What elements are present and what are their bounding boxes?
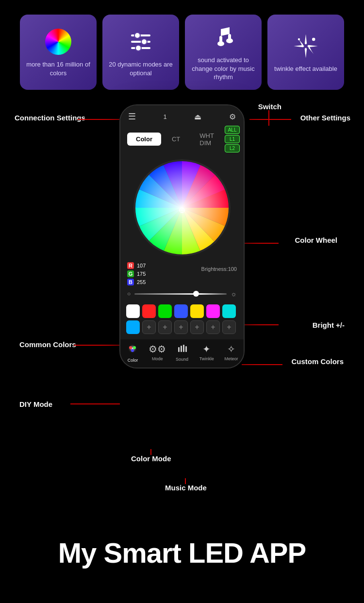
zone-l2-btn[interactable]: L2 — [225, 144, 240, 152]
add-custom-1[interactable]: + — [142, 320, 156, 334]
swatch-cyan[interactable] — [222, 304, 236, 318]
brightness-track[interactable] — [134, 293, 227, 295]
svg-point-26 — [133, 346, 136, 349]
common-colors-row — [126, 304, 238, 318]
svg-point-17 — [298, 38, 300, 40]
brightness-label: Brightness:100 — [201, 266, 237, 272]
nav-color-icon — [127, 343, 138, 356]
tabs-row: Color CT WHT DIM ALL L1 L2 — [120, 126, 244, 156]
nav-sound-label: Sound — [176, 357, 188, 362]
svg-point-16 — [312, 37, 315, 40]
annotation-other-settings: Other Settings — [300, 113, 350, 123]
swatch-blue[interactable] — [174, 304, 188, 318]
connection-settings-icon[interactable]: ☰ — [128, 111, 136, 122]
add-custom-3[interactable]: + — [174, 320, 188, 334]
svg-point-27 — [131, 349, 134, 352]
add-custom-5[interactable]: + — [206, 320, 220, 334]
add-custom-6[interactable]: + — [222, 320, 236, 334]
b-value: 255 — [137, 279, 146, 285]
zone-l1-btn[interactable]: L1 — [225, 135, 240, 143]
colors-section: + + + + + + — [120, 302, 244, 339]
g-label: G — [127, 270, 134, 277]
svg-point-7 — [217, 41, 224, 46]
feature-label-sound: sound activated to change color by music… — [190, 56, 257, 82]
zone-buttons: ALL L1 L2 — [225, 126, 240, 152]
nav-mode-icon: ⚙⚙ — [149, 343, 166, 355]
main-annotated-area: ☰ 1 ⏏ ⚙ Color CT WHT DIM ALL L1 L2 — [0, 100, 364, 449]
device-number: 1 — [164, 113, 167, 120]
annotation-bright: Bright +/- — [313, 320, 345, 330]
svg-marker-11 — [305, 48, 307, 58]
nav-twinkle[interactable]: ✦ Twinkle — [194, 343, 219, 363]
tab-wht-dim[interactable]: WHT DIM — [191, 129, 222, 150]
brightness-row[interactable]: ○ ☼ — [120, 288, 244, 302]
nav-sound[interactable]: Sound — [170, 343, 195, 363]
feature-card-sound: sound activated to change color by music… — [185, 15, 262, 90]
svg-point-1 — [134, 33, 140, 38]
zone-all-btn[interactable]: ALL — [225, 126, 240, 134]
bottom-annotations: Color Mode Music Mode — [0, 449, 364, 527]
svg-rect-29 — [181, 346, 182, 352]
other-settings-icon[interactable]: ⚙ — [229, 112, 236, 121]
svg-rect-30 — [183, 345, 184, 352]
feature-card-modes: 20 dynamic modes are optional — [102, 15, 179, 90]
brightness-thumb[interactable] — [193, 291, 199, 297]
feature-card-colors: more than 16 million of colors — [20, 15, 97, 90]
svg-rect-28 — [178, 347, 180, 352]
feature-label-colors: more than 16 million of colors — [25, 60, 92, 77]
svg-marker-15 — [308, 47, 314, 54]
nav-twinkle-label: Twinkle — [199, 356, 214, 361]
svg-marker-13 — [307, 45, 318, 47]
annotation-color-mode: Color Mode — [131, 454, 171, 464]
music-note-icon — [209, 23, 238, 52]
rgb-section: R 107 G 175 B 255 — [120, 259, 244, 288]
sliders-icon — [126, 27, 155, 56]
color-wheel-icon — [44, 27, 73, 56]
r-label: R — [127, 262, 134, 269]
swatch-yellow[interactable] — [190, 304, 204, 318]
svg-point-5 — [135, 45, 141, 51]
feature-label-modes: 20 dynamic modes are optional — [107, 60, 174, 77]
color-wheel[interactable] — [133, 159, 231, 256]
annotation-diy-mode: DIY Mode — [19, 400, 52, 409]
swatch-custom-cyan[interactable] — [126, 320, 140, 334]
phone-mockup: ☰ 1 ⏏ ⚙ Color CT WHT DIM ALL L1 L2 — [119, 104, 245, 368]
color-wheel-svg[interactable] — [133, 159, 231, 256]
nav-color-label: Color — [128, 358, 138, 363]
custom-colors-row: + + + + + + — [126, 320, 238, 334]
svg-point-9 — [226, 38, 233, 43]
annotation-color-wheel: Color Wheel — [295, 235, 337, 245]
swatch-red[interactable] — [142, 304, 156, 318]
feature-label-twinkle: twinkle effect available — [274, 65, 337, 73]
brightness-min-icon: ○ — [127, 290, 131, 297]
g-value: 175 — [137, 271, 146, 277]
annotation-custom-colors: Custom Colors — [291, 357, 344, 367]
swatch-magenta[interactable] — [206, 304, 220, 318]
svg-marker-10 — [305, 34, 307, 45]
annotation-music-mode: Music Mode — [165, 483, 207, 493]
tab-color[interactable]: Color — [127, 133, 161, 146]
color-wheel-section[interactable] — [120, 156, 244, 259]
nav-color[interactable]: Color — [120, 343, 145, 363]
tab-ct[interactable]: CT — [163, 133, 189, 146]
b-label: B — [127, 279, 134, 285]
swatch-green[interactable] — [158, 304, 172, 318]
svg-marker-12 — [294, 45, 304, 47]
nav-meteor-icon: ✧ — [227, 343, 235, 355]
svg-rect-31 — [185, 346, 187, 352]
nav-mode-label: Mode — [152, 356, 163, 361]
phone-topbar: ☰ 1 ⏏ ⚙ — [120, 105, 244, 126]
nav-mode[interactable]: ⚙⚙ Mode — [145, 343, 170, 363]
nav-meteor-label: Meteor — [225, 356, 238, 361]
swatch-white[interactable] — [126, 304, 140, 318]
add-custom-4[interactable]: + — [190, 320, 204, 334]
app-title: My Smart LED APP — [0, 527, 364, 584]
add-custom-2[interactable]: + — [158, 320, 172, 334]
svg-point-3 — [141, 39, 147, 45]
nav-meteor[interactable]: ✧ Meteor — [219, 343, 244, 363]
power-switch-icon[interactable]: ⏏ — [194, 112, 201, 121]
feature-card-twinkle: twinkle effect available — [267, 15, 344, 90]
annotation-switch: Switch — [258, 102, 281, 112]
nav-twinkle-icon: ✦ — [202, 343, 211, 355]
svg-point-25 — [129, 346, 132, 349]
